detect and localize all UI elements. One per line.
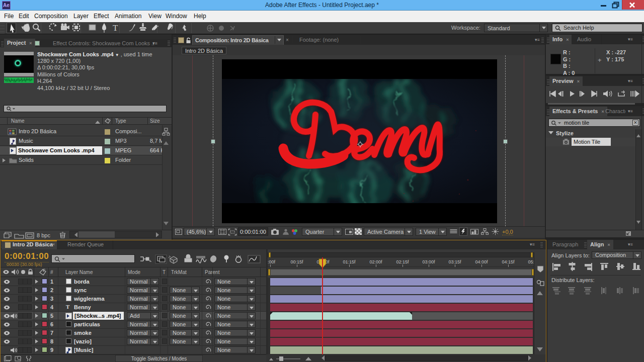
svg-text:T: T — [113, 23, 118, 33]
